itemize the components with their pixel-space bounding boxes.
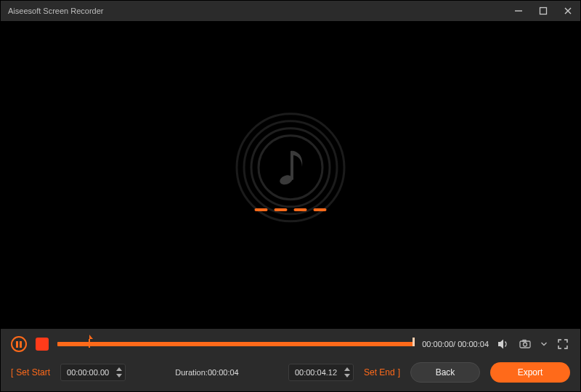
svg-marker-10 bbox=[89, 335, 93, 339]
minimize-button[interactable] bbox=[506, 1, 531, 21]
titlebar: Aiseesoft Screen Recorder bbox=[1, 1, 580, 21]
svg-marker-12 bbox=[498, 340, 503, 349]
maximize-button[interactable] bbox=[531, 1, 556, 21]
end-time-stepper[interactable] bbox=[343, 366, 352, 379]
svg-rect-11 bbox=[89, 339, 90, 348]
set-end-button[interactable]: Set End ] bbox=[364, 367, 400, 377]
clip-start-handle[interactable] bbox=[86, 335, 92, 348]
playback-controls: 00:00:00/ 00:00:04 bbox=[1, 329, 580, 359]
volume-button[interactable] bbox=[496, 337, 511, 351]
fullscreen-button[interactable] bbox=[556, 337, 570, 351]
back-button-label: Back bbox=[436, 367, 455, 377]
start-time-field-wrap: 00:00:00.00 bbox=[60, 364, 126, 381]
set-start-button[interactable]: [ Set Start bbox=[11, 367, 50, 377]
stop-button[interactable] bbox=[34, 336, 50, 352]
duration-label: Duration:00:00:04 bbox=[136, 368, 278, 377]
app-title: Aiseesoft Screen Recorder bbox=[8, 7, 103, 15]
set-end-label: Set End bbox=[364, 367, 395, 377]
close-icon bbox=[564, 7, 572, 15]
chevron-down-icon[interactable] bbox=[116, 374, 122, 377]
pause-icon bbox=[11, 336, 27, 352]
end-time-value: 00:00:04.12 bbox=[295, 368, 337, 377]
set-start-label: Set Start bbox=[16, 367, 50, 377]
svg-rect-9 bbox=[290, 151, 293, 180]
chevron-down-icon[interactable] bbox=[344, 374, 350, 377]
svg-rect-1 bbox=[540, 8, 547, 15]
progress-slider[interactable] bbox=[57, 338, 415, 351]
screenshot-menu-button[interactable] bbox=[540, 337, 548, 351]
clip-end-handle[interactable] bbox=[413, 338, 415, 346]
clip-row: [ Set Start 00:00:00.00 Duration:00:00:0… bbox=[1, 359, 580, 391]
back-button[interactable]: Back bbox=[410, 362, 480, 383]
start-time-value: 00:00:00.00 bbox=[67, 368, 109, 377]
chevron-up-icon[interactable] bbox=[116, 367, 122, 371]
expand-icon bbox=[557, 338, 569, 350]
volume-icon bbox=[497, 338, 510, 351]
maximize-icon bbox=[539, 7, 548, 15]
app-window: Aiseesoft Screen Recorder bbox=[0, 0, 581, 392]
screenshot-button[interactable] bbox=[518, 337, 532, 351]
pause-button[interactable] bbox=[11, 336, 27, 352]
svg-point-14 bbox=[524, 343, 527, 346]
camera-icon bbox=[519, 338, 532, 351]
export-button-label: Export bbox=[518, 367, 543, 377]
preview-area bbox=[1, 21, 580, 329]
export-button[interactable]: Export bbox=[490, 362, 570, 383]
start-time-stepper[interactable] bbox=[115, 366, 123, 379]
minimize-icon bbox=[514, 7, 523, 15]
audio-level-indicator bbox=[255, 208, 327, 211]
stop-icon bbox=[36, 338, 49, 351]
end-time-field-wrap: 00:00:04.12 bbox=[288, 364, 354, 381]
chevron-up-icon[interactable] bbox=[344, 367, 350, 371]
time-display: 00:00:00/ 00:00:04 bbox=[422, 340, 489, 348]
close-button[interactable] bbox=[556, 1, 580, 21]
chevron-down-icon bbox=[540, 340, 548, 348]
progress-track bbox=[57, 342, 415, 346]
